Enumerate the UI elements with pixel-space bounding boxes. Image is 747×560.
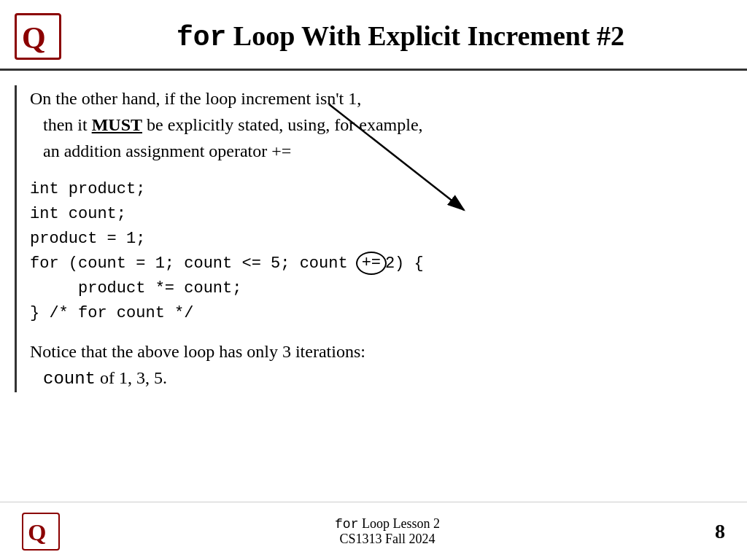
ou-logo-svg-footer: Q [26, 517, 55, 546]
code-line-2: int count; [30, 202, 725, 227]
notice-text: Notice that the above loop has only 3 it… [30, 338, 725, 392]
code-line-1: int product; [30, 177, 725, 202]
title-code: for [177, 22, 226, 53]
ou-logo-svg-header: Q [19, 18, 57, 55]
footer-code: for [335, 517, 358, 532]
circled-plus-equals: += [356, 252, 387, 275]
title-rest: Loop With Explicit Increment #2 [226, 20, 624, 51]
intro-line2: then it MUST be explicitly stated, using… [30, 112, 725, 138]
svg-text:Q: Q [22, 21, 46, 55]
notice-line2: count of 1, 3, 5. [30, 365, 725, 392]
intro-line3-text: an addition assignment operator += [43, 141, 291, 160]
code-line-5: product *= count; [30, 276, 725, 301]
header: Q for Loop With Explicit Increment #2 [0, 0, 747, 71]
svg-text:Q: Q [28, 519, 46, 545]
footer: Q for Loop Lesson 2 CS1313 Fall 2024 8 [0, 502, 747, 560]
footer-course: CS1313 Fall 2024 [335, 532, 440, 547]
footer-page-number: 8 [715, 520, 725, 543]
main-content: On the other hand, if the loop increment… [30, 85, 725, 392]
intro-line1: On the other hand, if the loop increment… [30, 85, 725, 112]
page-title: for Loop With Explicit Increment #2 [76, 20, 725, 53]
intro-text: On the other hand, if the loop increment… [30, 85, 725, 164]
code-line-3: product = 1; [30, 227, 725, 252]
notice-count-code: count [43, 369, 96, 389]
left-bar [15, 85, 17, 392]
footer-subtitle: Loop Lesson 2 [358, 516, 440, 531]
intro-line2-post: be explicitly stated, using, for example… [142, 115, 423, 134]
intro-line3: an addition assignment operator += [30, 138, 725, 164]
code-line-6: } /* for count */ [30, 301, 725, 326]
code-block: int product; int count; product = 1; for… [30, 177, 725, 327]
notice-line2-rest: of 1, 3, 5. [96, 368, 167, 387]
ou-logo-footer: Q [22, 513, 60, 551]
must-word: MUST [92, 115, 142, 134]
ou-logo-header: Q [15, 13, 61, 60]
footer-center: for Loop Lesson 2 CS1313 Fall 2024 [335, 516, 440, 547]
notice-line1: Notice that the above loop has only 3 it… [30, 338, 725, 365]
arrow-container: int product; int count; product = 1; for… [30, 177, 725, 327]
footer-lesson: for Loop Lesson 2 [335, 516, 440, 532]
content-area: On the other hand, if the loop increment… [0, 71, 747, 407]
code-line-4: for (count = 1; count <= 5; count +=2) { [30, 252, 725, 276]
intro-line2-pre: then it [43, 115, 92, 134]
